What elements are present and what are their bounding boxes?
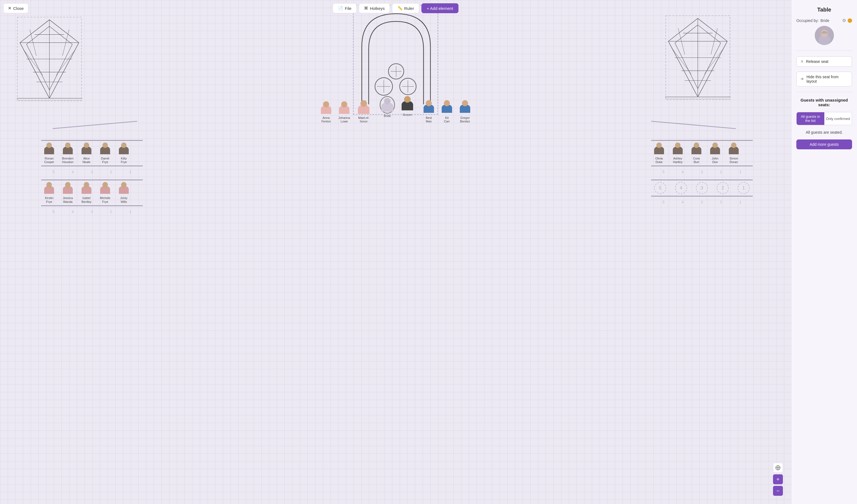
- seat-kirstin[interactable]: KirstinFrye: [41, 182, 57, 203]
- toolbar: 📄 File ⌘ Hotkeys 📏 Ruler + Add element: [333, 3, 458, 13]
- close-button[interactable]: ✕ Close: [3, 3, 28, 13]
- avatar-maid-of-honor[interactable]: Maid-of-honor: [354, 100, 373, 123]
- seat-cora[interactable]: CoraBurt: [688, 142, 704, 164]
- hide-seat-button[interactable]: 👁 Hide this seat from layout: [796, 72, 852, 86]
- add-more-guests-button[interactable]: Add more guests: [796, 139, 852, 149]
- empty-seat-1[interactable]: 5: [654, 182, 666, 194]
- seat-row-right-1: OliviaDuke AshleyHartley CoraBurt: [651, 140, 753, 166]
- occupied-label: Occupied by:: [796, 18, 819, 23]
- seat-numbers-right-1: 54321: [651, 169, 753, 175]
- avatar-anna[interactable]: AnnaFenton: [318, 101, 334, 123]
- divider-2: [796, 92, 852, 92]
- avatar-gregor[interactable]: GregorBenitez: [457, 100, 473, 123]
- right-panel: Table Occupied by: Bride ⚙: [791, 0, 857, 504]
- svg-marker-44: [776, 467, 777, 468]
- seat-darrel[interactable]: DarrelFrye: [97, 142, 113, 164]
- seat-alice[interactable]: AliceNeale: [79, 142, 95, 164]
- seat-jessica[interactable]: JessicaWanda: [60, 182, 76, 203]
- hotkeys-icon: ⌘: [364, 6, 368, 11]
- panel-title: Table: [796, 6, 852, 13]
- svg-marker-43: [777, 469, 778, 470]
- avatar-bride[interactable]: Bride: [379, 96, 396, 118]
- release-seat-button[interactable]: ✕ Release seat: [796, 56, 852, 67]
- close-label: Close: [13, 6, 23, 11]
- svg-line-10: [23, 49, 43, 75]
- seat-row-right-2: 5 4 3 2 1: [651, 180, 753, 197]
- bride-name-label: Bride: [821, 18, 829, 23]
- close-icon: ✕: [8, 6, 12, 11]
- svg-line-11: [56, 49, 76, 75]
- avatar-kit[interactable]: KitCarr: [439, 100, 455, 123]
- avatar-bestman[interactable]: BestMan: [421, 100, 437, 123]
- avatar-groom[interactable]: Groom: [399, 96, 415, 118]
- file-button[interactable]: 📄 File: [333, 3, 357, 13]
- empty-seat-4[interactable]: 2: [717, 182, 729, 194]
- filter-all-button[interactable]: All guests in the list: [796, 112, 824, 125]
- party-row: AnnaFenton JohannaLowe Maid-of: [0, 96, 791, 123]
- zoom-in-button[interactable]: +: [773, 474, 783, 484]
- seat-izabel[interactable]: IzabelBentley: [79, 182, 95, 203]
- svg-line-25: [672, 48, 691, 74]
- seat-michele[interactable]: MicheleFrye: [97, 182, 113, 203]
- seat-row-left-2: KirstinFrye JessicaWanda IzabelBentley: [41, 180, 143, 206]
- eye-icon: 👁: [801, 77, 804, 81]
- seat-olivia[interactable]: OliviaDuke: [651, 142, 667, 164]
- hotkeys-button[interactable]: ⌘ Hotkeys: [359, 3, 390, 13]
- canvas-area[interactable]: ✕ Close 📄 File ⌘ Hotkeys 📏 Ruler + Add e…: [0, 0, 791, 504]
- seat-john[interactable]: JohnDoe: [707, 142, 723, 164]
- filter-row: All guests in the list Only confirmed: [796, 112, 852, 125]
- empty-seat-3[interactable]: 3: [696, 182, 708, 194]
- status-dot: [848, 18, 852, 23]
- guests-title: Guests with unassigned seats:: [796, 98, 852, 107]
- ruler-button[interactable]: 📏 Ruler: [392, 3, 419, 13]
- seat-numbers-left-2: 54321: [41, 208, 143, 215]
- all-seated-message: All guests are seated.: [796, 130, 852, 135]
- seat-numbers-left-1: 54321: [41, 169, 143, 175]
- file-icon: 📄: [338, 6, 343, 11]
- add-element-button[interactable]: + Add element: [421, 3, 458, 13]
- deco-left: [16, 16, 82, 102]
- seat-section-left: RonanCooper BrendenHouston AliceNeale: [41, 140, 143, 215]
- ruler-icon: 📏: [398, 6, 403, 11]
- seat-simon[interactable]: SimonDoran: [726, 142, 742, 164]
- zoom-out-button[interactable]: −: [773, 486, 783, 496]
- svg-marker-42: [777, 466, 778, 467]
- empty-seat-2[interactable]: 4: [675, 182, 687, 194]
- layout-content: AnnaFenton JohannaLowe Maid-of: [0, 0, 791, 504]
- deco-right: [665, 15, 731, 100]
- seat-section-right: OliviaDuke AshleyHartley CoraBurt: [651, 140, 753, 205]
- navigation-button[interactable]: [773, 463, 783, 473]
- release-x-icon: ✕: [801, 59, 804, 64]
- bride-avatar-large[interactable]: [796, 26, 852, 45]
- empty-seat-5[interactable]: 1: [738, 182, 750, 194]
- occupied-section: Occupied by: Bride ⚙: [796, 18, 852, 45]
- filter-confirmed-button[interactable]: Only confirmed: [824, 112, 852, 125]
- svg-line-26: [704, 48, 724, 74]
- avatar-johanna[interactable]: JohannaLowe: [336, 101, 352, 123]
- gear-icon[interactable]: ⚙: [842, 18, 846, 23]
- seat-brenden[interactable]: BrendenHouston: [60, 142, 76, 164]
- seat-jonty[interactable]: JontyWills: [116, 182, 132, 203]
- seat-ashley[interactable]: AshleyHartley: [670, 142, 686, 164]
- seat-kitty[interactable]: KittyFrye: [116, 142, 132, 164]
- seat-ronan[interactable]: RonanCooper: [41, 142, 57, 164]
- seat-numbers-right-2: 54321: [651, 199, 753, 205]
- bride-circle-large: [815, 26, 834, 45]
- zoom-controls: + −: [773, 463, 783, 496]
- svg-marker-45: [779, 467, 780, 468]
- seat-row-left-1: RonanCooper BrendenHouston AliceNeale: [41, 140, 143, 166]
